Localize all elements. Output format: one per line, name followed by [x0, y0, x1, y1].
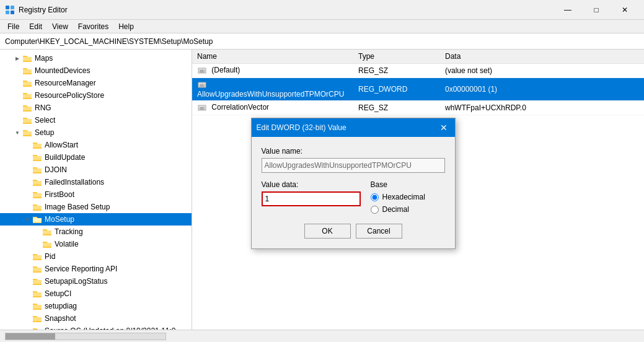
- folder-icon-maps: [22, 53, 32, 63]
- tree-item-select[interactable]: ▶ Select: [0, 114, 192, 126]
- hexadecimal-label: Hexadecimal: [382, 193, 425, 201]
- edit-dword-dialog: Edit DWORD (32-bit) Value ✕ Value name: …: [251, 118, 456, 249]
- tree-item-allowstart[interactable]: ▶ AllowStart: [0, 139, 192, 151]
- folder-icon-mounted: [22, 66, 32, 76]
- tree-label-bu: BuildUpdate: [45, 153, 85, 162]
- menu-bar: File Edit View Favorites Help: [0, 20, 644, 33]
- title-bar: Registry Editor — □ ✕: [0, 0, 644, 20]
- decimal-radio-label[interactable]: Decimal: [371, 205, 425, 214]
- tree-label-djoin: DJOIN: [45, 165, 67, 174]
- dialog-title: Edit DWORD (32-bit) Value: [257, 123, 346, 132]
- tree-item-buildupdate[interactable]: ▶ BuildUpdate: [0, 151, 192, 164]
- tree-item-snapshot[interactable]: ▶ Snapshot: [0, 312, 192, 325]
- app-icon: [5, 5, 15, 15]
- tree-label-rm: ResourceManager: [35, 79, 96, 87]
- value-name-label: Value name:: [262, 147, 445, 156]
- tree-item-service-reporting[interactable]: ▶ Service Reporting API: [0, 263, 192, 275]
- cancel-button[interactable]: Cancel: [356, 224, 402, 239]
- tree-item-setupci[interactable]: ▶ SetupCI: [0, 287, 192, 300]
- tree-label-ibs: Image Based Setup: [45, 203, 110, 211]
- reg-name-allow: ab AllowUpgradesWithUnsupportedTPMOrCPU: [192, 78, 353, 101]
- menu-help[interactable]: Help: [113, 21, 139, 32]
- tree-item-sls[interactable]: ▶ SetupapiLogStatus: [0, 275, 192, 287]
- tree-item-ibs[interactable]: ▶ Image Based Setup: [0, 201, 192, 213]
- tree-label-volatile: Volatile: [55, 240, 79, 248]
- folder-icon-rps: [22, 90, 32, 100]
- window-title: Registry Editor: [19, 6, 68, 14]
- maximize-button[interactable]: □: [582, 0, 611, 20]
- tree-item-rps[interactable]: ▶ ResourcePolicyStore: [0, 89, 192, 102]
- tree-label-sci: SetupCI: [45, 289, 71, 298]
- menu-file[interactable]: File: [2, 21, 24, 32]
- tree-item-djoin[interactable]: ▶ DJOIN: [0, 164, 192, 176]
- value-data-section: Value data:: [262, 180, 361, 214]
- address-bar: Computer\HKEY_LOCAL_MACHINE\SYSTEM\Setup…: [0, 33, 644, 50]
- scroll-track[interactable]: [5, 333, 166, 340]
- decimal-label: Decimal: [382, 205, 409, 214]
- tree-panel[interactable]: ▶ Maps ▶ MountedDevices ▶ ResourceManage…: [0, 50, 192, 330]
- tree-item-firstboot[interactable]: ▶ FirstBoot: [0, 188, 192, 201]
- base-group: Base Hexadecimal Decimal: [371, 180, 425, 214]
- svg-rect-1: [11, 6, 14, 9]
- expand-mosetup[interactable]: ▼: [22, 214, 32, 224]
- tree-item-setup[interactable]: ▼ Setup: [0, 126, 192, 139]
- window-controls: — □ ✕: [554, 0, 639, 20]
- tree-label-rng: RNG: [35, 103, 51, 112]
- close-button[interactable]: ✕: [611, 0, 639, 20]
- tree-item-resource-manager[interactable]: ▶ ResourceManager: [0, 77, 192, 89]
- reg-type-default: REG_SZ: [353, 64, 440, 78]
- folder-icon-sls: [32, 276, 42, 286]
- registry-table: Name Type Data ab (Default) REG_SZ: [192, 50, 644, 115]
- folder-icon-djoin: [32, 165, 42, 175]
- col-name: Name: [192, 50, 353, 64]
- reg-name-cv: ab CorrelationVector: [192, 101, 353, 115]
- value-data-input[interactable]: [262, 191, 361, 206]
- menu-favorites[interactable]: Favorites: [73, 21, 113, 32]
- hexadecimal-radio[interactable]: [371, 193, 379, 201]
- tree-item-setupdiag[interactable]: ▶ setupdiag: [0, 300, 192, 312]
- folder-icon-volatile: [42, 239, 52, 249]
- value-name-input[interactable]: [262, 158, 445, 173]
- tree-label-failed: FailedInstallations: [45, 178, 104, 186]
- minimize-button[interactable]: —: [554, 0, 582, 20]
- folder-icon-sci: [32, 289, 42, 299]
- table-row[interactable]: ab (Default) REG_SZ (value not set): [192, 64, 644, 78]
- folder-icon-select: [22, 115, 32, 125]
- tree-label-pid: Pid: [45, 252, 55, 261]
- status-bar: [0, 330, 644, 342]
- tree-item-source-os[interactable]: ▶ Source OS (Updated on 8/19/2021 11:0…: [0, 325, 192, 330]
- tree-item-mounted-devices[interactable]: ▶ MountedDevices: [0, 64, 192, 77]
- svg-rect-2: [6, 11, 9, 14]
- expand-maps[interactable]: ▶: [12, 53, 22, 63]
- tree-item-rng[interactable]: ▶ RNG: [0, 102, 192, 114]
- decimal-radio[interactable]: [371, 206, 379, 214]
- dialog-body: Value name: Value data: Base Hexadecimal: [252, 137, 455, 248]
- expand-setup[interactable]: ▼: [12, 128, 22, 138]
- table-row[interactable]: ab AllowUpgradesWithUnsupportedTPMOrCPU …: [192, 78, 644, 101]
- tree-item-tracking[interactable]: ▶ Tracking: [0, 226, 192, 238]
- menu-edit[interactable]: Edit: [24, 21, 47, 32]
- tree-label-select: Select: [35, 116, 55, 125]
- tree-label-sd: setupdiag: [45, 302, 77, 310]
- ok-button[interactable]: OK: [304, 224, 351, 239]
- tree-item-volatile[interactable]: ▶ Volatile: [0, 238, 192, 250]
- tree-label-sls: SetupapiLogStatus: [45, 277, 107, 286]
- scroll-thumb[interactable]: [6, 333, 55, 340]
- tree-item-failed[interactable]: ▶ FailedInstallations: [0, 176, 192, 188]
- horizontal-scrollbar[interactable]: [5, 333, 166, 340]
- menu-view[interactable]: View: [47, 21, 73, 32]
- svg-text:ab: ab: [200, 69, 205, 73]
- folder-icon-fb: [32, 190, 42, 200]
- hexadecimal-radio-label[interactable]: Hexadecimal: [371, 193, 425, 201]
- tree-item-pid[interactable]: ▶ Pid: [0, 250, 192, 263]
- folder-icon-rm: [22, 78, 32, 88]
- reg-name-default: ab (Default): [192, 64, 353, 78]
- tree-item-mosetup[interactable]: ▼ MoSetup: [0, 213, 192, 226]
- table-row[interactable]: ab CorrelationVector REG_SZ whWTFpaI+UCX…: [192, 101, 644, 115]
- tree-item-maps[interactable]: ▶ Maps: [0, 52, 192, 64]
- svg-rect-3: [11, 11, 14, 14]
- dialog-close-button[interactable]: ✕: [438, 121, 450, 134]
- folder-icon-pid: [32, 252, 42, 261]
- folder-icon-snap: [32, 314, 42, 323]
- dialog-titlebar: Edit DWORD (32-bit) Value ✕: [252, 118, 455, 137]
